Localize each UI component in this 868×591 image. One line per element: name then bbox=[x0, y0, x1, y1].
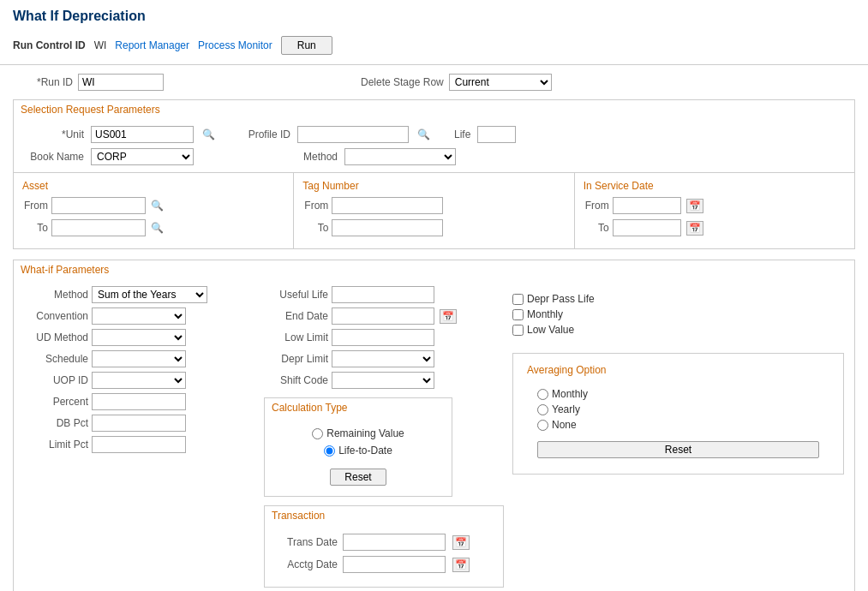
what-if-middle: Useful Life End Date 📅 Low Limit Depr Li… bbox=[264, 286, 512, 588]
asset-to-search-icon[interactable]: 🔍 bbox=[151, 222, 164, 234]
shift-code-select[interactable] bbox=[332, 372, 434, 389]
what-if-left: Method Sum of the Years Straight Line De… bbox=[24, 286, 264, 588]
schedule-label: Schedule bbox=[24, 353, 88, 365]
ud-method-label: UD Method bbox=[24, 331, 88, 343]
calculation-type-title: Calculation Type bbox=[265, 398, 452, 417]
service-from-cal-icon[interactable]: 📅 bbox=[686, 199, 703, 213]
asset-from-search-icon[interactable]: 🔍 bbox=[151, 200, 164, 212]
tag-to-label: To bbox=[302, 222, 328, 234]
profile-search-icon[interactable]: 🔍 bbox=[417, 128, 430, 140]
service-from-label: From bbox=[584, 200, 609, 212]
averaging-option-title: Averaging Option bbox=[520, 361, 836, 379]
db-pct-label: DB Pct bbox=[24, 417, 88, 429]
book-name-select[interactable]: CORP bbox=[91, 148, 194, 165]
percent-label: Percent bbox=[24, 396, 88, 408]
delete-stage-row-label: Delete Stage Row bbox=[361, 76, 444, 88]
life-to-date-label: Life-to-Date bbox=[338, 445, 392, 457]
transaction-title: Transaction bbox=[265, 506, 503, 525]
calc-reset-button[interactable]: Reset bbox=[330, 469, 386, 486]
service-to-label: To bbox=[584, 222, 609, 234]
ud-method-select[interactable] bbox=[92, 329, 186, 346]
profile-id-label: Profile ID bbox=[222, 128, 290, 140]
acctg-date-cal-icon[interactable]: 📅 bbox=[452, 558, 470, 572]
depr-pass-life-checkbox[interactable] bbox=[512, 294, 524, 305]
convention-label: Convention bbox=[24, 310, 88, 322]
avg-none-radio[interactable] bbox=[537, 420, 548, 431]
low-limit-label: Low Limit bbox=[264, 331, 328, 343]
limit-pct-input[interactable] bbox=[92, 436, 186, 453]
tag-number-panel: Tag Number From To bbox=[294, 173, 574, 248]
acctg-date-input[interactable] bbox=[343, 556, 446, 573]
avg-yearly-radio[interactable] bbox=[537, 404, 548, 415]
selection-request-section: Selection Request Parameters *Unit 🔍 Pro… bbox=[13, 99, 855, 249]
trans-date-cal-icon[interactable]: 📅 bbox=[452, 535, 470, 550]
life-label: Life bbox=[454, 128, 470, 140]
tag-from-label: From bbox=[302, 200, 328, 212]
tag-from-input[interactable] bbox=[332, 197, 443, 214]
end-date-label: End Date bbox=[264, 310, 328, 322]
db-pct-input[interactable] bbox=[92, 415, 186, 432]
trans-date-input[interactable] bbox=[343, 534, 446, 551]
limit-pct-label: Limit Pct bbox=[24, 439, 88, 451]
remaining-value-radio[interactable] bbox=[312, 428, 323, 439]
uop-id-select[interactable] bbox=[92, 372, 186, 389]
convention-select[interactable] bbox=[92, 307, 186, 325]
in-service-date-title: In Service Date bbox=[584, 180, 846, 192]
unit-input[interactable] bbox=[91, 126, 194, 143]
report-manager-link[interactable]: Report Manager bbox=[115, 39, 189, 51]
process-monitor-link[interactable]: Process Monitor bbox=[198, 39, 272, 51]
depr-limit-select[interactable] bbox=[332, 350, 434, 367]
calculation-type-box: Calculation Type Remaining Value Life-to… bbox=[264, 397, 452, 497]
tag-to-input[interactable] bbox=[332, 219, 443, 236]
method-label: Method bbox=[269, 151, 338, 163]
asset-to-label: To bbox=[22, 222, 48, 234]
avg-none-label: None bbox=[552, 419, 577, 431]
method-select[interactable] bbox=[344, 148, 456, 165]
uop-id-label: UOP ID bbox=[24, 374, 88, 386]
service-to-input[interactable] bbox=[613, 219, 681, 236]
service-to-cal-icon[interactable]: 📅 bbox=[686, 221, 703, 236]
useful-life-label: Useful Life bbox=[264, 289, 328, 301]
low-value-checkbox[interactable] bbox=[512, 325, 524, 336]
low-limit-input[interactable] bbox=[332, 329, 434, 346]
run-button[interactable]: Run bbox=[281, 36, 332, 55]
schedule-select[interactable] bbox=[92, 350, 186, 367]
what-if-title: What-if Parameters bbox=[14, 260, 854, 279]
trans-date-label: Trans Date bbox=[282, 536, 338, 548]
monthly-label: Monthly bbox=[527, 308, 563, 320]
depr-limit-label: Depr Limit bbox=[264, 353, 328, 365]
avg-monthly-radio[interactable] bbox=[537, 389, 548, 400]
life-to-date-radio[interactable] bbox=[324, 445, 335, 457]
profile-id-input[interactable] bbox=[297, 126, 409, 143]
service-from-input[interactable] bbox=[613, 197, 681, 214]
life-input[interactable] bbox=[477, 126, 516, 143]
percent-input[interactable] bbox=[92, 393, 186, 410]
end-date-cal-icon[interactable]: 📅 bbox=[440, 309, 457, 324]
delete-stage-row-select[interactable]: Current All bbox=[449, 74, 552, 91]
run-id-input[interactable] bbox=[78, 74, 164, 91]
end-date-input[interactable] bbox=[332, 307, 434, 325]
run-id-label: *Run ID bbox=[13, 76, 73, 88]
tag-number-panel-title: Tag Number bbox=[302, 180, 565, 192]
what-if-right: Depr Pass Life Monthly Low Value Averagi… bbox=[512, 286, 844, 588]
selection-request-title: Selection Request Parameters bbox=[14, 100, 854, 119]
asset-panel-title: Asset bbox=[22, 180, 284, 192]
avg-yearly-label: Yearly bbox=[552, 403, 580, 415]
unit-search-icon[interactable]: 🔍 bbox=[202, 128, 215, 140]
averaging-option-box: Averaging Option Monthly Yearly None bbox=[512, 353, 844, 475]
acctg-date-label: Acctg Date bbox=[282, 558, 338, 570]
useful-life-input[interactable] bbox=[332, 286, 434, 303]
what-if-section: What-if Parameters Method Sum of the Yea… bbox=[13, 260, 855, 591]
avg-reset-button[interactable]: Reset bbox=[537, 441, 819, 458]
asset-to-input[interactable] bbox=[51, 219, 146, 236]
avg-monthly-label: Monthly bbox=[552, 388, 588, 400]
asset-from-input[interactable] bbox=[51, 197, 146, 214]
run-control-value: WI bbox=[94, 39, 107, 51]
asset-panel: Asset From 🔍 To 🔍 bbox=[14, 173, 294, 248]
monthly-checkbox[interactable] bbox=[512, 309, 524, 320]
depr-pass-life-label: Depr Pass Life bbox=[527, 293, 595, 305]
transaction-box: Transaction Trans Date 📅 Acctg Date 📅 bbox=[264, 505, 504, 588]
wi-method-label: Method bbox=[24, 289, 88, 301]
wi-method-select[interactable]: Sum of the Years Straight Line Declining… bbox=[92, 286, 207, 303]
shift-code-label: Shift Code bbox=[264, 374, 328, 386]
